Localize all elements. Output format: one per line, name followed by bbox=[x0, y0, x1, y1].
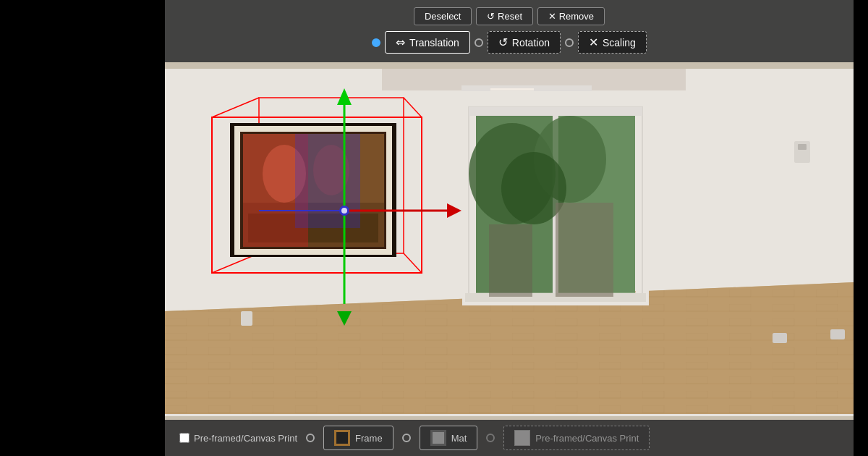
preframed-checkbox-label[interactable]: Pre-framed/Canvas Print bbox=[179, 433, 297, 444]
svg-rect-21 bbox=[556, 203, 613, 297]
mat-label: Mat bbox=[451, 433, 467, 444]
canvas-radio[interactable] bbox=[486, 434, 495, 442]
transform-buttons-row: ⇔ Translation ↺ Rotation ✕ Scaling bbox=[372, 31, 647, 54]
translation-button[interactable]: ⇔ Translation bbox=[385, 31, 470, 54]
translation-label: Translation bbox=[409, 37, 459, 48]
bottom-toolbar: Pre-framed/Canvas Print Frame Mat Pre-fr… bbox=[165, 420, 854, 456]
svg-point-52 bbox=[341, 208, 347, 214]
frame-icon bbox=[334, 430, 350, 446]
main-viewport: Deselect ↺ Reset ✕ Remove ⇔ Translation … bbox=[165, 0, 854, 456]
preframed-checkbox[interactable] bbox=[179, 433, 190, 443]
frame-label: Frame bbox=[355, 433, 383, 444]
action-buttons-row: Deselect ↺ Reset ✕ Remove bbox=[414, 7, 605, 25]
mat-icon bbox=[430, 430, 446, 446]
svg-rect-22 bbox=[489, 224, 532, 297]
canvas-icon bbox=[514, 430, 530, 446]
svg-rect-24 bbox=[798, 144, 807, 150]
left-sidebar bbox=[0, 0, 165, 456]
preframed-checkbox-text: Pre-framed/Canvas Print bbox=[194, 433, 297, 444]
frame-radio[interactable] bbox=[306, 434, 315, 442]
svg-rect-26 bbox=[830, 329, 845, 339]
svg-rect-44 bbox=[295, 134, 360, 228]
scaling-icon: ✕ bbox=[589, 35, 598, 49]
frame-button[interactable]: Frame bbox=[323, 426, 393, 450]
canvas-print-label: Pre-framed/Canvas Print bbox=[535, 433, 639, 444]
rotation-button[interactable]: ↺ Rotation bbox=[488, 31, 561, 54]
mat-radio[interactable] bbox=[402, 434, 411, 442]
rotation-icon: ↺ bbox=[498, 35, 508, 49]
remove-button[interactable]: ✕ Remove bbox=[537, 7, 605, 25]
svg-rect-25 bbox=[773, 333, 787, 343]
deselect-button[interactable]: Deselect bbox=[414, 7, 472, 25]
rotation-label: Rotation bbox=[512, 37, 550, 48]
canvas-print-button[interactable]: Pre-framed/Canvas Print bbox=[503, 426, 650, 450]
room-background bbox=[165, 0, 854, 456]
translation-icon: ⇔ bbox=[396, 35, 405, 49]
reset-button[interactable]: ↺ Reset bbox=[476, 7, 533, 25]
rotation-radio[interactable] bbox=[475, 38, 483, 47]
svg-rect-27 bbox=[241, 311, 252, 326]
mat-button[interactable]: Mat bbox=[420, 426, 478, 450]
svg-rect-9 bbox=[490, 88, 534, 90]
svg-rect-16 bbox=[469, 107, 642, 116]
translation-radio[interactable] bbox=[372, 38, 380, 47]
scaling-radio[interactable] bbox=[565, 38, 574, 47]
top-toolbar: Deselect ↺ Reset ✕ Remove ⇔ Translation … bbox=[165, 0, 854, 62]
scaling-label: Scaling bbox=[603, 37, 636, 48]
scaling-button[interactable]: ✕ Scaling bbox=[578, 31, 647, 54]
